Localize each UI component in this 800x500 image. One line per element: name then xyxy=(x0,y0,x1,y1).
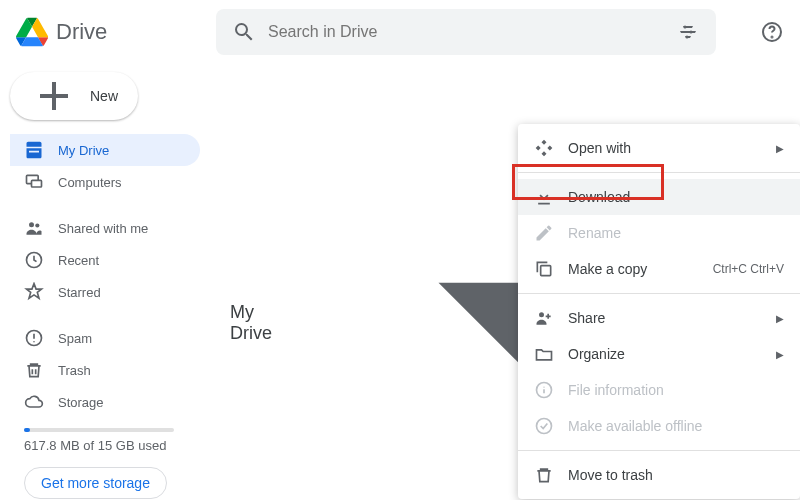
sidebar-item-label: Starred xyxy=(58,285,101,300)
recent-icon xyxy=(24,250,44,270)
menu-offline: Make available offline xyxy=(518,408,800,444)
drive-icon xyxy=(24,140,44,160)
trash-icon xyxy=(534,465,554,485)
svg-point-1 xyxy=(690,31,693,34)
computers-icon xyxy=(24,172,44,192)
chevron-right-icon: ▶ xyxy=(776,349,784,360)
svg-point-7 xyxy=(29,222,34,227)
trash-icon xyxy=(24,360,44,380)
offline-icon xyxy=(534,416,554,436)
open-with-icon xyxy=(534,138,554,158)
svg-rect-6 xyxy=(32,180,42,187)
shared-icon xyxy=(24,218,44,238)
spam-icon xyxy=(24,328,44,348)
svg-point-0 xyxy=(684,26,687,29)
app-title: Drive xyxy=(56,19,107,45)
search-input[interactable] xyxy=(268,23,664,41)
sidebar-item-recent[interactable]: Recent xyxy=(10,244,200,276)
sidebar-item-trash[interactable]: Trash xyxy=(10,354,200,386)
sidebar-item-label: Trash xyxy=(58,363,91,378)
svg-rect-14 xyxy=(541,266,551,276)
menu-share[interactable]: Share▶ xyxy=(518,300,800,336)
sidebar-item-computers[interactable]: Computers xyxy=(10,166,200,198)
new-button-label: New xyxy=(90,88,118,104)
main-content: My Drive 3 selected Converting Document … xyxy=(210,64,800,500)
sidebar-item-label: Computers xyxy=(58,175,122,190)
share-icon xyxy=(534,308,554,328)
menu-download[interactable]: Download xyxy=(518,179,800,215)
sidebar-item-mydrive[interactable]: My Drive xyxy=(10,134,200,166)
sidebar-item-shared[interactable]: Shared with me xyxy=(10,212,200,244)
copy-icon xyxy=(534,259,554,279)
svg-point-8 xyxy=(35,223,39,227)
sidebar-item-label: Spam xyxy=(58,331,92,346)
cloud-icon xyxy=(24,392,44,412)
sidebar-item-label: Recent xyxy=(58,253,99,268)
info-icon xyxy=(534,380,554,400)
drive-logo-icon xyxy=(16,16,48,48)
chevron-right-icon: ▶ xyxy=(776,313,784,324)
svg-point-4 xyxy=(772,37,773,38)
storage-text: 617.8 MB of 15 GB used xyxy=(10,436,200,463)
menu-make-copy[interactable]: Make a copyCtrl+C Ctrl+V xyxy=(518,251,800,287)
download-icon xyxy=(534,187,554,207)
svg-point-2 xyxy=(686,36,689,39)
menu-file-info: File information xyxy=(518,372,800,408)
search-options-icon[interactable] xyxy=(676,20,700,44)
storage-bar xyxy=(24,428,174,432)
menu-open-with[interactable]: Open with▶ xyxy=(518,130,800,166)
sidebar-item-starred[interactable]: Starred xyxy=(10,276,200,308)
svg-point-15 xyxy=(539,312,544,317)
sidebar-item-storage[interactable]: Storage xyxy=(10,386,200,418)
sidebar-item-spam[interactable]: Spam xyxy=(10,322,200,354)
svg-point-17 xyxy=(537,419,552,434)
new-button[interactable]: New xyxy=(10,72,138,120)
logo-area[interactable]: Drive xyxy=(16,16,216,48)
search-icon xyxy=(232,20,256,44)
menu-rename: Rename xyxy=(518,215,800,251)
help-icon[interactable] xyxy=(760,20,784,44)
sidebar: New My Drive Computers Shared with me Re… xyxy=(0,64,210,500)
sidebar-item-label: Storage xyxy=(58,395,104,410)
star-icon xyxy=(24,282,44,302)
app-header: Drive xyxy=(0,0,800,64)
menu-trash[interactable]: Move to trash xyxy=(518,457,800,493)
menu-organize[interactable]: Organize▶ xyxy=(518,336,800,372)
breadcrumb-label: My Drive xyxy=(230,302,292,344)
organize-icon xyxy=(534,344,554,364)
rename-icon xyxy=(534,223,554,243)
sidebar-item-label: Shared with me xyxy=(58,221,148,236)
chevron-right-icon: ▶ xyxy=(776,143,784,154)
context-menu: Open with▶ Download Rename Make a copyCt… xyxy=(518,124,800,499)
get-storage-button[interactable]: Get more storage xyxy=(24,467,167,499)
search-bar[interactable] xyxy=(216,9,716,55)
sidebar-item-label: My Drive xyxy=(58,143,109,158)
plus-icon xyxy=(30,72,78,120)
